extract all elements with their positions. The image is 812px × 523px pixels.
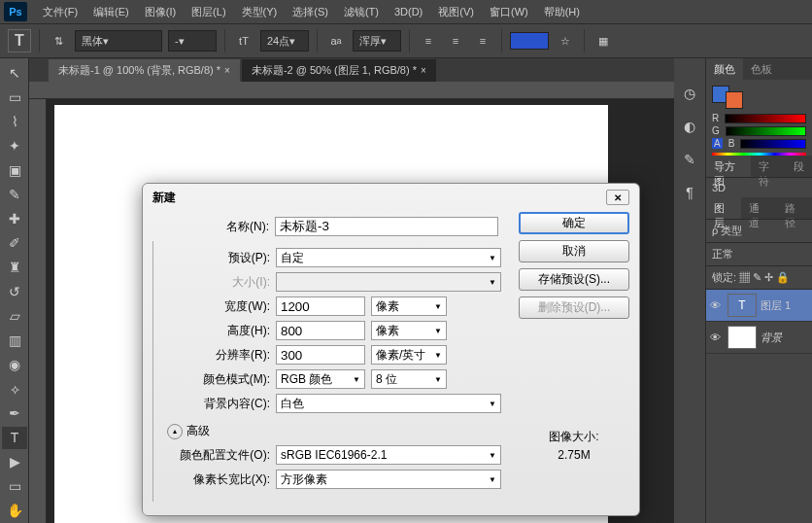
hand-tool[interactable]: ✋ xyxy=(2,500,27,522)
resolution-unit-select[interactable]: 像素/英寸▼ xyxy=(371,345,447,365)
r-slider[interactable] xyxy=(725,114,806,123)
resolution-input[interactable] xyxy=(276,345,365,365)
doc-tab-1[interactable]: 未标题-1 @ 100% (背景, RGB/8) *× xyxy=(49,59,240,82)
align-center-icon[interactable]: ≡ xyxy=(445,30,466,52)
text-color-swatch[interactable] xyxy=(510,32,549,50)
save-preset-button[interactable]: 存储预设(S)... xyxy=(519,268,629,291)
dodge-tool[interactable]: ⟡ xyxy=(2,378,27,401)
doc-tab-2[interactable]: 未标题-2 @ 50% (图层 1, RGB/8) *× xyxy=(242,59,436,82)
text-orientation-icon[interactable]: ⇅ xyxy=(48,30,69,52)
font-family-select[interactable]: 黑体▾ xyxy=(75,30,162,52)
layers-tab[interactable]: 图层 xyxy=(706,197,741,219)
character-tab[interactable]: 字符 xyxy=(751,156,786,177)
eraser-tool[interactable]: ▱ xyxy=(2,304,27,327)
crop-tool[interactable]: ▣ xyxy=(2,158,27,181)
layer-name[interactable]: 背景 xyxy=(761,331,782,345)
menu-help[interactable]: 帮助(H) xyxy=(536,3,588,21)
menu-image[interactable]: 图像(I) xyxy=(137,3,184,21)
active-tool-icon[interactable]: T xyxy=(8,29,31,52)
brush-icon[interactable]: ✎ xyxy=(680,150,699,169)
ruler-horizontal xyxy=(29,82,674,99)
history-icon[interactable]: ◷ xyxy=(680,84,699,103)
menu-edit[interactable]: 编辑(E) xyxy=(85,3,137,21)
visibility-icon[interactable]: 👁 xyxy=(710,299,724,311)
b-label: B xyxy=(728,138,735,149)
3d-section[interactable]: 3D xyxy=(706,177,812,197)
pixel-aspect-select[interactable]: 方形像素▼ xyxy=(276,470,501,489)
ruler-vertical xyxy=(29,99,47,523)
shape-tool[interactable]: ▭ xyxy=(2,475,27,498)
stamp-tool[interactable]: ♜ xyxy=(2,256,27,278)
resolution-label: 分辨率(R): xyxy=(153,347,276,364)
width-unit-select[interactable]: 像素▼ xyxy=(371,296,447,316)
width-input[interactable] xyxy=(276,296,365,316)
preset-select[interactable]: 自定▼ xyxy=(276,248,501,267)
menu-layer[interactable]: 图层(L) xyxy=(184,3,233,21)
font-style-select[interactable]: -▾ xyxy=(168,30,217,52)
properties-icon[interactable]: ◐ xyxy=(680,117,699,136)
layer-thumbnail xyxy=(727,326,757,349)
size-select: ▼ xyxy=(276,272,501,292)
color-mode-select[interactable]: RGB 颜色▼ xyxy=(276,369,365,389)
name-input[interactable] xyxy=(275,217,498,236)
move-tool[interactable]: ↖ xyxy=(2,61,27,84)
menu-3d[interactable]: 3D(D) xyxy=(387,4,430,19)
dialog-close-button[interactable]: ✕ xyxy=(606,190,629,205)
ok-button[interactable]: 确定 xyxy=(519,212,629,234)
color-profile-select[interactable]: sRGB IEC61966-2.1▼ xyxy=(276,445,501,465)
swatches-tab[interactable]: 色板 xyxy=(743,58,780,80)
layer-filter[interactable]: ρ 类型 xyxy=(706,219,812,242)
menu-select[interactable]: 选择(S) xyxy=(285,3,336,21)
background-swatch[interactable] xyxy=(726,91,743,109)
warp-text-icon[interactable]: ☆ xyxy=(555,30,576,52)
g-slider[interactable] xyxy=(726,126,806,136)
healing-tool[interactable]: ✚ xyxy=(2,207,27,229)
layer-row[interactable]: 👁 背景 xyxy=(706,322,812,354)
font-size-select[interactable]: 24点▾ xyxy=(260,30,309,52)
align-right-icon[interactable]: ≡ xyxy=(472,30,493,52)
align-left-icon[interactable]: ≡ xyxy=(418,30,439,52)
layer-row[interactable]: 👁 T 图层 1 xyxy=(706,290,812,322)
marquee-tool[interactable]: ▭ xyxy=(2,86,27,108)
pen-tool[interactable]: ✒ xyxy=(2,402,27,425)
bg-content-select[interactable]: 白色▼ xyxy=(276,394,501,413)
width-label: 宽度(W): xyxy=(153,298,276,315)
color-mode-label: 颜色模式(M): xyxy=(153,371,276,388)
advanced-toggle[interactable]: ▴ 高级 xyxy=(167,423,501,439)
text-tool[interactable]: T xyxy=(2,427,27,449)
menu-file[interactable]: 文件(F) xyxy=(35,3,85,21)
antialias-icon: aa xyxy=(325,30,347,52)
blend-mode-select[interactable]: 正常 xyxy=(706,242,812,265)
brush-tool[interactable]: ✐ xyxy=(2,231,27,254)
character-panel-icon[interactable]: ▦ xyxy=(592,30,614,52)
close-icon[interactable]: × xyxy=(421,65,426,76)
close-icon[interactable]: × xyxy=(224,65,230,76)
color-tab[interactable]: 颜色 xyxy=(706,58,743,80)
height-unit-select[interactable]: 像素▼ xyxy=(371,321,447,340)
path-select-tool[interactable]: ▶ xyxy=(2,451,27,473)
antialias-select[interactable]: 浑厚▾ xyxy=(353,30,401,52)
cancel-button[interactable]: 取消 xyxy=(519,240,629,262)
blur-tool[interactable]: ◉ xyxy=(2,354,27,376)
channels-tab[interactable]: 通道 xyxy=(741,197,776,219)
paragraph-tab[interactable]: 段 xyxy=(786,156,812,177)
history-brush-tool[interactable]: ↺ xyxy=(2,280,27,302)
layer-name[interactable]: 图层 1 xyxy=(761,298,791,313)
visibility-icon[interactable]: 👁 xyxy=(710,331,724,343)
dialog-title: 新建 xyxy=(152,190,176,206)
menu-type[interactable]: 类型(Y) xyxy=(234,3,286,21)
paragraph-icon[interactable]: ¶ xyxy=(680,183,699,202)
lasso-tool[interactable]: ⌇ xyxy=(2,110,27,132)
magic-wand-tool[interactable]: ✦ xyxy=(2,134,27,157)
menu-filter[interactable]: 滤镜(T) xyxy=(336,3,387,21)
b-slider[interactable] xyxy=(740,139,806,149)
bit-depth-select[interactable]: 8 位▼ xyxy=(371,369,447,389)
gradient-tool[interactable]: ▥ xyxy=(2,330,27,352)
paths-tab[interactable]: 路径 xyxy=(777,197,812,219)
height-input[interactable] xyxy=(276,321,365,340)
navigator-tab[interactable]: 导方图 xyxy=(706,156,751,177)
menu-view[interactable]: 视图(V) xyxy=(430,3,482,21)
toolbox: ↖ ▭ ⌇ ✦ ▣ ✎ ✚ ✐ ♜ ↺ ▱ ▥ ◉ ⟡ ✒ T ▶ ▭ ✋ xyxy=(0,58,29,523)
eyedropper-tool[interactable]: ✎ xyxy=(2,183,27,205)
menu-window[interactable]: 窗口(W) xyxy=(482,3,536,21)
